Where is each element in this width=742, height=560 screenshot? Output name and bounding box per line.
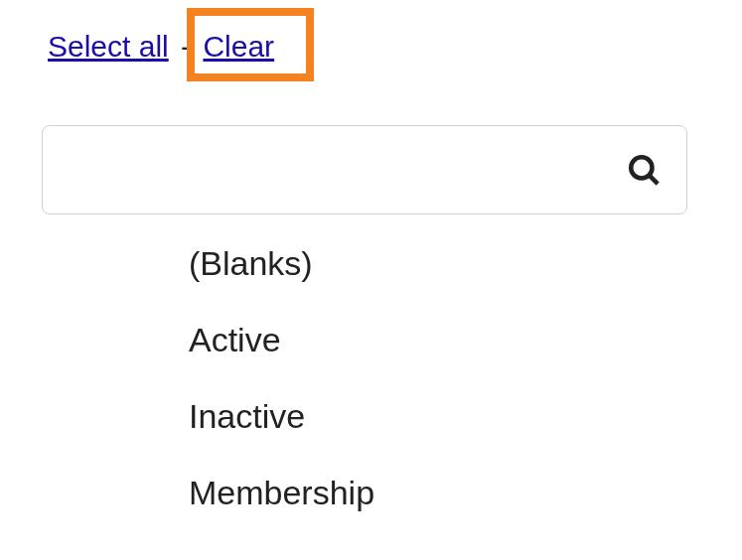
search-field-container[interactable] [42, 125, 687, 214]
link-separator: - [177, 30, 195, 63]
search-icon[interactable] [627, 153, 661, 187]
filter-values-list: (Blanks) Active Inactive Membership [189, 244, 374, 550]
search-input[interactable] [63, 154, 627, 186]
clear-link[interactable]: Clear [203, 30, 274, 63]
filter-item-inactive[interactable]: Inactive [189, 397, 374, 436]
filter-link-row: Select all - Clear [48, 30, 274, 64]
filter-item-membership[interactable]: Membership [189, 474, 374, 512]
svg-line-1 [650, 176, 659, 185]
filter-item-active[interactable]: Active [189, 321, 374, 359]
svg-point-0 [631, 157, 652, 178]
filter-item-blanks[interactable]: (Blanks) [189, 244, 374, 283]
select-all-link[interactable]: Select all [48, 30, 169, 63]
